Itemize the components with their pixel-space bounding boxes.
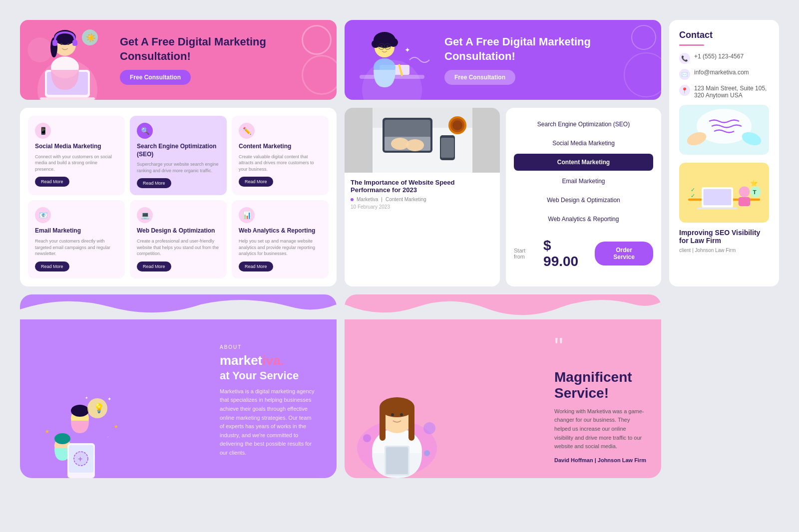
banner-purple-title: Get A Free Digital Marketing Consultatio… <box>444 35 649 63</box>
blog-menu-section: The Importance of Website Speed Performa… <box>345 108 661 286</box>
service-web-title: Web Design & Optimization <box>137 227 220 235</box>
brand-dot: . <box>280 353 284 368</box>
web-design-icon: 💻 <box>137 207 153 223</box>
service-social-btn[interactable]: Read More <box>35 177 69 187</box>
service-analytics-btn[interactable]: Read More <box>239 262 273 271</box>
quote-icon: " <box>554 334 646 359</box>
content-icon: ✏️ <box>239 123 255 139</box>
svg-point-58 <box>452 120 462 130</box>
case-study-title: Improving SEO Visibility for Law Firm <box>679 229 769 245</box>
svg-rect-78 <box>386 447 408 474</box>
price-label: Start from <box>514 248 537 260</box>
menu-email[interactable]: Email Marketing <box>514 173 653 190</box>
svg-rect-41 <box>739 197 750 206</box>
menu-content[interactable]: Content Marketing <box>514 154 653 171</box>
analytics-icon: 📊 <box>239 207 255 223</box>
svg-point-60 <box>71 405 89 417</box>
svg-point-53 <box>406 139 424 151</box>
services-grid: 📱 Social Media Marketing Connect with yo… <box>20 108 337 286</box>
svg-point-84 <box>391 413 394 416</box>
service-card-web: 💻 Web Design & Optimization Create a pro… <box>130 200 227 278</box>
blog-separator: | <box>381 197 383 202</box>
svg-text:+: + <box>78 455 82 463</box>
service-seo-desc: Supercharge your website search engine r… <box>137 161 220 174</box>
svg-text:✦: ✦ <box>107 396 111 402</box>
blog-card: The Importance of Website Speed Performa… <box>345 108 500 286</box>
case-study-image: ⭐ T ✓ ✓ <box>679 163 769 223</box>
contact-email: info@marketiva.com <box>694 69 749 76</box>
about-section: 💡 ✦ ✦ + ★ · <box>20 294 337 478</box>
service-card-seo: 🔍 Search Engine Optimization (SEO) Super… <box>130 116 227 195</box>
svg-rect-38 <box>704 189 732 205</box>
contact-divider <box>679 44 704 46</box>
service-web-btn[interactable]: Read More <box>137 262 171 271</box>
svg-rect-4 <box>40 97 95 100</box>
banner-purple: ✦ Get A Free Digital Marketing Consultat… <box>345 20 661 100</box>
email-marketing-icon: 📧 <box>35 207 51 223</box>
contact-card: Contact 📞 +1 (555) 123-4567 ✉️ info@mark… <box>669 20 779 286</box>
svg-text:⭐: ⭐ <box>750 179 758 187</box>
service-content-btn[interactable]: Read More <box>239 177 273 187</box>
about-label: ABOUT <box>220 344 317 350</box>
testimonial-author: David Hoffman | Johnson Law Firm <box>554 457 646 463</box>
banner-purple-content: Get A Free Digital Marketing Consultatio… <box>345 23 661 96</box>
contact-phone-item: 📞 +1 (555) 123-4567 <box>679 53 769 64</box>
svg-point-88 <box>424 450 430 456</box>
contact-email-item: ✉️ info@marketiva.com <box>679 69 769 80</box>
blog-dot <box>351 198 354 201</box>
banner-pink-content: Get A Free Digital Marketing Consultatio… <box>20 23 337 96</box>
about-subtitle: at Your Service <box>220 369 317 382</box>
service-content-title: Content Marketing <box>239 143 322 151</box>
service-content-desc: Create valuable digital content that att… <box>239 154 322 173</box>
service-card-analytics: 📊 Web Analytics & Reporting Help you set… <box>232 200 329 278</box>
about-brand: marketiva. <box>220 353 317 368</box>
menu-seo[interactable]: Search Engine Optimization (SEO) <box>514 116 653 133</box>
testimonial-section: " Magnificent Service! Working with Mark… <box>345 294 661 478</box>
svg-text:★: ★ <box>45 429 49 434</box>
svg-text:★: ★ <box>114 424 118 429</box>
blog-author: Marketiva <box>357 197 378 202</box>
service-email-btn[interactable]: Read More <box>35 262 69 271</box>
service-email-desc: Reach your customers directly with targe… <box>35 238 118 257</box>
banner-pink-cta[interactable]: Free Consultation <box>120 70 191 85</box>
contact-chat-illustration <box>679 106 769 154</box>
svg-rect-82 <box>408 406 414 441</box>
phone-icon: 📞 <box>679 53 690 64</box>
seo-icon: 🔍 <box>137 123 153 139</box>
location-icon: 📍 <box>679 85 690 96</box>
case-study-section: ⭐ T ✓ ✓ Improving SEO Visibility for Law… <box>679 163 769 253</box>
blog-date: 10 February 2023 <box>351 204 494 210</box>
banner-pink: ☀️ Get A Free Digital Marketing C <box>20 20 337 100</box>
menu-social[interactable]: Social Media Marketing <box>514 135 653 152</box>
svg-rect-83 <box>384 403 410 411</box>
about-inner: ABOUT marketiva. at Your Service Marketi… <box>220 344 317 458</box>
contact-phone: +1 (555) 123-4567 <box>694 53 744 60</box>
service-analytics-desc: Help you set up and manage website analy… <box>239 238 322 257</box>
order-service-btn[interactable]: Order Service <box>595 242 653 266</box>
service-seo-btn[interactable]: Read More <box>137 178 171 188</box>
testimonial-content: " Magnificent Service! Working with Mark… <box>554 309 646 463</box>
case-illustration: ⭐ T ✓ ✓ <box>679 164 769 222</box>
price-value: $ 99.00 <box>543 238 589 269</box>
menu-webdesign[interactable]: Web Design & Optimization <box>514 192 653 209</box>
services-menu: Search Engine Optimization (SEO) Social … <box>506 108 661 286</box>
service-social-desc: Connect with your customers on social me… <box>35 154 118 173</box>
contact-illustration <box>679 105 769 155</box>
service-card-content: ✏️ Content Marketing Create valuable dig… <box>232 116 329 195</box>
svg-text:·: · <box>107 435 108 439</box>
case-client-name: Johnson Law Firm <box>695 248 736 253</box>
svg-text:T: T <box>753 188 757 195</box>
about-people-illustration: 💡 ✦ ✦ + ★ · <box>30 388 130 478</box>
contact-address-item: 📍 123 Main Street, Suite 105, 320 Anytow… <box>679 85 769 99</box>
menu-analytics[interactable]: Web Analytics & Reporting <box>514 211 653 228</box>
blog-body: The Importance of Website Speed Performa… <box>345 173 500 216</box>
svg-text:💡: 💡 <box>93 403 105 414</box>
service-card-email: 📧 Email Marketing Reach your customers d… <box>28 200 125 278</box>
about-content: ABOUT marketiva. at Your Service Marketi… <box>120 344 317 458</box>
banner-purple-cta[interactable]: Free Consultation <box>444 70 515 85</box>
service-seo-title: Search Engine Optimization (SEO) <box>137 143 220 158</box>
svg-text:✓: ✓ <box>691 192 695 198</box>
bottom-row: 💡 ✦ ✦ + ★ · <box>20 294 661 478</box>
svg-rect-39 <box>697 207 738 209</box>
email-icon: ✉️ <box>679 69 690 80</box>
